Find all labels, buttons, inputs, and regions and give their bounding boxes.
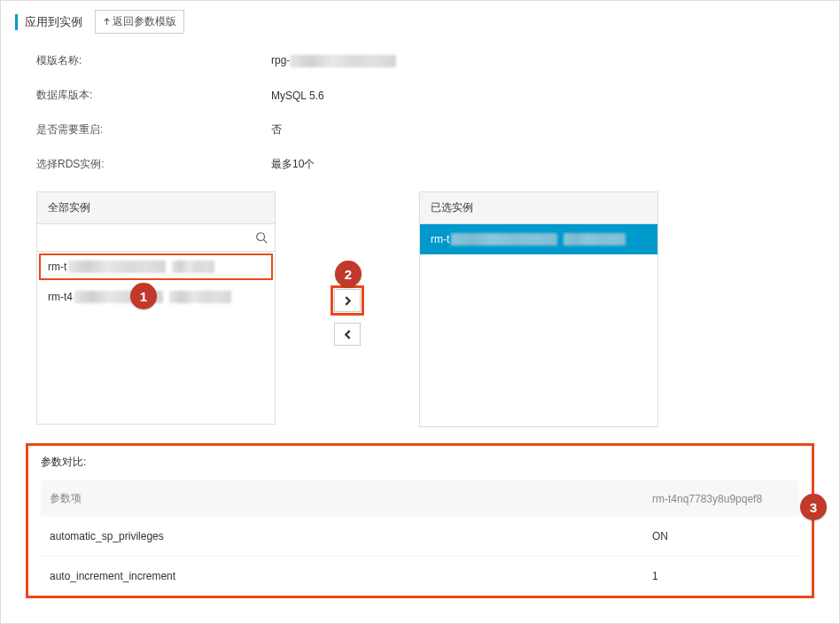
template-name-value: rpg- — [271, 54, 396, 67]
transfer-panel: 全部实例 rm-t rm-t4 1 2 — [1, 191, 839, 427]
compare-title: 参数对比: — [41, 455, 799, 470]
compare-section: 参数对比: 参数项 rm-t4nq7783y8u9pqef8 automatic… — [26, 443, 814, 598]
table-row: auto_increment_increment 1 — [41, 557, 799, 597]
selected-instances-title: 已选实例 — [420, 192, 657, 224]
back-button[interactable]: 返回参数模版 — [95, 10, 184, 34]
search-input[interactable] — [44, 224, 255, 251]
compare-table: 参数项 rm-t4nq7783y8u9pqef8 automatic_sp_pr… — [41, 480, 799, 596]
db-version-label: 数据库版本: — [36, 88, 271, 103]
search-icon — [255, 231, 268, 244]
selected-instances-panel: 已选实例 rm-t — [419, 191, 658, 427]
param-name-cell: automatic_sp_privileges — [41, 517, 643, 557]
back-arrow-icon — [103, 18, 111, 26]
need-restart-label: 是否需要重启: — [36, 122, 271, 137]
param-value-cell: ON — [643, 517, 799, 557]
move-right-button[interactable] — [334, 289, 361, 312]
back-button-label: 返回参数模版 — [113, 14, 176, 29]
chevron-left-icon — [344, 330, 352, 339]
select-rds-value: 最多10个 — [271, 157, 315, 172]
move-left-button[interactable] — [334, 323, 361, 346]
param-value-cell: 1 — [643, 557, 799, 597]
table-row: automatic_sp_privileges ON — [41, 517, 799, 557]
callout-2: 2 — [335, 261, 362, 287]
param-name-cell: auto_increment_increment — [41, 557, 643, 597]
all-instances-panel: 全部实例 rm-t rm-t4 1 — [36, 191, 276, 425]
need-restart-value: 否 — [271, 122, 282, 137]
callout-1: 1 — [130, 283, 157, 309]
list-item[interactable]: rm-t — [420, 224, 657, 254]
list-item[interactable]: rm-t — [37, 252, 275, 282]
select-rds-label: 选择RDS实例: — [36, 157, 271, 172]
callout-3: 3 — [800, 494, 827, 520]
db-version-value: MySQL 5.6 — [271, 90, 324, 102]
svg-point-0 — [257, 233, 265, 241]
column-param-header: 参数项 — [41, 480, 643, 517]
column-instance-header: rm-t4nq7783y8u9pqef8 — [643, 480, 799, 517]
page-title: 应用到实例 — [15, 14, 82, 30]
chevron-right-icon — [344, 296, 352, 306]
template-name-label: 模版名称: — [36, 53, 271, 68]
all-instances-title: 全部实例 — [37, 192, 275, 224]
